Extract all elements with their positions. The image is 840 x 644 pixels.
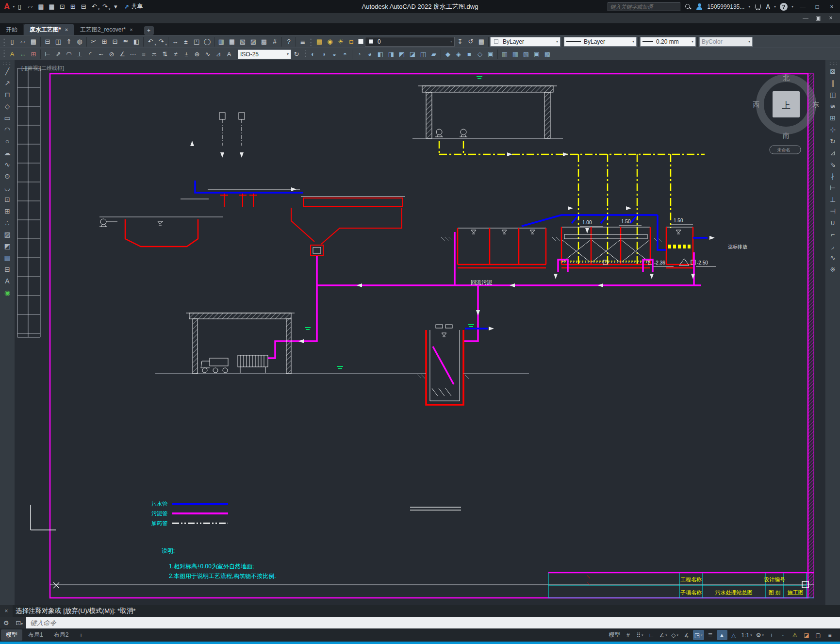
modify-ii-icon[interactable]: ■ bbox=[464, 49, 475, 60]
help-dropdown-icon[interactable]: ▾ bbox=[791, 4, 793, 9]
modify-ii-icon[interactable]: ◆ bbox=[443, 49, 453, 60]
tool-palettes-icon[interactable]: ▧ bbox=[237, 36, 248, 47]
a-dropdown-icon[interactable]: ▾ bbox=[774, 4, 776, 9]
plot-preview-icon[interactable]: ◫ bbox=[53, 36, 64, 47]
zoom-previous-icon[interactable]: ◯ bbox=[202, 36, 213, 47]
annotation-scale-control[interactable]: 1:1 bbox=[740, 630, 754, 640]
draw-order-icon[interactable]: ≣ bbox=[297, 36, 308, 47]
modify-ii-icon[interactable]: ◈ bbox=[453, 49, 464, 60]
polygon-icon[interactable]: ◇ bbox=[1, 100, 13, 112]
make-object-layer-current-icon[interactable]: ↧ bbox=[455, 36, 465, 47]
redo-icon[interactable]: ↷ bbox=[156, 36, 166, 47]
annotation-visibility-icon[interactable]: ▲ bbox=[717, 630, 727, 640]
dim-jogged-icon[interactable]: ∽ bbox=[96, 49, 106, 60]
toolbar-grip[interactable] bbox=[3, 62, 12, 65]
construction-line-icon[interactable]: ↗ bbox=[1, 77, 13, 88]
revision-cloud-icon[interactable]: ☁ bbox=[1, 147, 13, 158]
undo-icon[interactable]: ↶ bbox=[145, 36, 156, 47]
toolbar-grip[interactable] bbox=[310, 37, 313, 46]
modify-ii-icon[interactable]: ▣ bbox=[531, 49, 542, 60]
modify-ii-icon[interactable]: ◩ bbox=[396, 49, 407, 60]
isometric-drafting-icon[interactable]: ◇ bbox=[670, 630, 680, 640]
modify-ii-icon[interactable]: ▦ bbox=[510, 49, 521, 60]
modify-ii-icon[interactable]: ◑ bbox=[318, 49, 329, 60]
modify-ii-icon[interactable]: ◓ bbox=[340, 49, 350, 60]
block-editor-icon[interactable]: ◧ bbox=[131, 36, 142, 47]
user-dropdown-icon[interactable]: ▾ bbox=[748, 4, 750, 9]
help-icon[interactable]: ? bbox=[283, 36, 294, 47]
graphics-performance-icon[interactable]: ⚠ bbox=[790, 630, 800, 640]
modify-ii-icon[interactable]: ◔ bbox=[354, 49, 364, 60]
isolate-objects-icon[interactable]: ◪ bbox=[801, 630, 812, 640]
spline-icon[interactable]: ∿ bbox=[1, 159, 13, 170]
user-avatar-icon[interactable] bbox=[696, 3, 704, 11]
table-icon[interactable]: ⊟ bbox=[1, 264, 13, 275]
ellipse-icon[interactable]: ⊜ bbox=[1, 170, 13, 182]
toolbar-grip[interactable] bbox=[2, 50, 5, 59]
layer-freeze-icon[interactable]: ☀ bbox=[335, 36, 346, 47]
tab-close-icon[interactable]: × bbox=[130, 27, 132, 33]
layer-previous-icon[interactable]: ↺ bbox=[465, 36, 476, 47]
object-snap-icon[interactable]: ◳ bbox=[693, 630, 704, 640]
mtext-icon[interactable]: A bbox=[1, 275, 13, 286]
layer-states-icon[interactable]: ▤ bbox=[476, 36, 487, 47]
modify-ii-icon[interactable]: ◒ bbox=[329, 49, 340, 60]
etransmit-icon[interactable]: ◍ bbox=[74, 36, 85, 47]
chamfer-icon[interactable]: ⌐ bbox=[827, 229, 839, 240]
rotate-icon[interactable]: ↻ bbox=[827, 135, 839, 147]
offset-icon[interactable]: ≋ bbox=[827, 100, 839, 112]
customization-icon[interactable]: ≡ bbox=[824, 630, 835, 640]
plotstyle-combo[interactable]: ByColor bbox=[699, 37, 753, 47]
quick-dim-icon[interactable]: ⋯ bbox=[128, 49, 138, 60]
close-button[interactable]: × bbox=[826, 3, 837, 10]
break-icon[interactable]: ⊣ bbox=[827, 205, 839, 216]
properties-icon[interactable]: ▥ bbox=[216, 36, 227, 47]
tolerance-icon[interactable]: ± bbox=[181, 49, 192, 60]
new-layout-button[interactable]: + bbox=[74, 630, 87, 640]
help-icon[interactable]: ? bbox=[780, 3, 788, 11]
copy-icon[interactable]: ⊞ bbox=[99, 36, 110, 47]
modify-ii-icon[interactable]: ▧ bbox=[521, 49, 531, 60]
designcenter-icon[interactable]: ▦ bbox=[227, 36, 237, 47]
toolbar-grip[interactable] bbox=[303, 50, 306, 59]
viewport-controls[interactable]: [-][俯视][二维线框] bbox=[21, 65, 64, 71]
break-at-point-icon[interactable]: ⊥ bbox=[827, 194, 839, 205]
open-icon[interactable]: ▱ bbox=[25, 2, 35, 12]
center-mark-icon[interactable]: ⊕ bbox=[192, 49, 202, 60]
zoom-realtime-icon[interactable]: ± bbox=[181, 36, 191, 47]
lineweight-display-icon[interactable]: ≣ bbox=[705, 630, 716, 640]
dimstyle-combo[interactable]: ISO-25 bbox=[238, 50, 291, 59]
search-icon[interactable] bbox=[684, 3, 692, 11]
modify-ii-icon[interactable]: ▥ bbox=[499, 49, 510, 60]
move-icon[interactable]: ⊹ bbox=[827, 124, 839, 135]
extend-icon[interactable]: ⊢ bbox=[827, 182, 839, 193]
store-cart-icon[interactable] bbox=[754, 3, 762, 11]
zoom-window-icon[interactable]: ◰ bbox=[191, 36, 202, 47]
insert-block-icon[interactable]: ⊡ bbox=[1, 194, 13, 205]
dim-space-icon[interactable]: ⇅ bbox=[160, 49, 170, 60]
layer-on-icon[interactable]: ◉ bbox=[325, 36, 335, 47]
tab-doc-2[interactable]: 工艺图2_recover*× bbox=[74, 24, 139, 35]
dim-arc-length-icon[interactable]: ◠ bbox=[64, 49, 74, 60]
modify-ii-icon[interactable]: ◧ bbox=[375, 49, 386, 60]
viewcube-south[interactable]: 南 bbox=[783, 132, 790, 139]
view-name-label[interactable]: 未命名 bbox=[777, 148, 791, 152]
table-style-icon[interactable]: ⊞ bbox=[28, 49, 39, 60]
autocad-logo-icon[interactable]: A bbox=[0, 2, 13, 12]
plot-icon[interactable]: ⊟ bbox=[42, 36, 53, 47]
sheet-set-manager-icon[interactable]: ▨ bbox=[248, 36, 259, 47]
blend-curves-icon[interactable]: ∿ bbox=[827, 252, 839, 263]
layer-lock-icon[interactable]: ◘ bbox=[346, 36, 357, 47]
modify-ii-icon[interactable]: ◪ bbox=[407, 49, 418, 60]
mirror-icon[interactable]: ◫ bbox=[827, 89, 839, 100]
clean-screen-icon[interactable]: ▢ bbox=[813, 630, 824, 640]
open-icon[interactable]: ▱ bbox=[17, 36, 28, 47]
lineweight-combo[interactable]: 0.20 mm bbox=[640, 37, 696, 47]
modify-ii-icon[interactable]: ◐ bbox=[308, 49, 318, 60]
tab-doc-active[interactable]: 废水工艺图*× bbox=[24, 24, 74, 35]
modify-ii-icon[interactable]: ◇ bbox=[475, 49, 485, 60]
dim-update-icon[interactable]: ↻ bbox=[291, 49, 302, 60]
viewcube-east[interactable]: 东 bbox=[812, 100, 819, 108]
tab-close-icon[interactable]: × bbox=[65, 27, 68, 33]
dim-continue-icon[interactable]: ≍ bbox=[149, 49, 160, 60]
